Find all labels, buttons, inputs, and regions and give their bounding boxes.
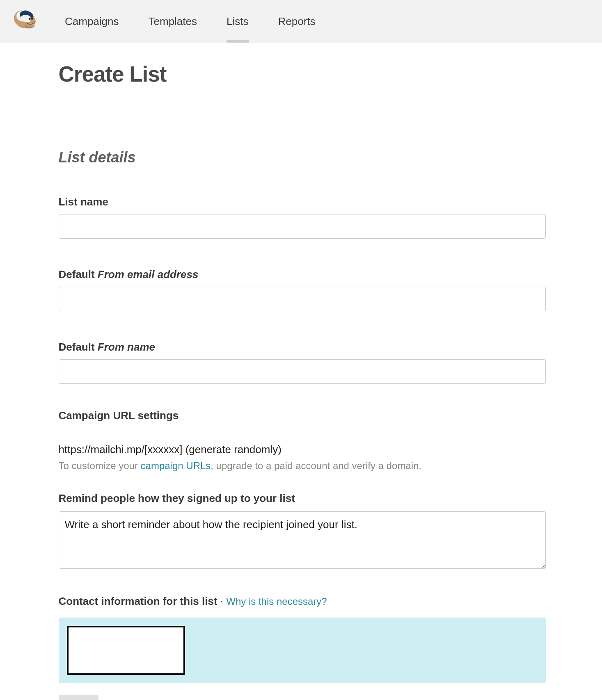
- nav-templates[interactable]: Templates: [134, 0, 212, 43]
- campaign-url-hint: To customize your campaign URLs, upgrade…: [59, 460, 546, 472]
- label-campaign-url: Campaign URL settings: [59, 409, 546, 422]
- label-from-name-ital: From name: [98, 341, 155, 353]
- freddie-icon: [12, 9, 38, 34]
- topbar: Campaigns Templates Lists Reports: [0, 0, 602, 43]
- section-title: List details: [59, 149, 546, 166]
- nav-lists[interactable]: Lists: [212, 0, 263, 43]
- input-from-name[interactable]: [59, 359, 546, 384]
- label-from-email: Default From email address: [59, 268, 546, 281]
- contact-panel: [59, 618, 546, 683]
- label-from-name-prefix: Default: [59, 341, 98, 353]
- label-list-name: List name: [59, 196, 546, 208]
- label-contact-text: Contact information for this list: [59, 595, 217, 607]
- svg-point-0: [29, 18, 30, 20]
- field-list-name: List name: [59, 196, 546, 239]
- nav-campaigns[interactable]: Campaigns: [50, 0, 134, 43]
- why-necessary-link[interactable]: Why is this necessary?: [226, 596, 327, 607]
- input-from-email[interactable]: [59, 287, 546, 311]
- svg-point-1: [31, 17, 33, 20]
- address-box: [67, 626, 185, 675]
- textarea-reminder[interactable]: [59, 511, 546, 569]
- hint-post: , upgrade to a paid account and verify a…: [211, 460, 421, 471]
- field-from-email: Default From email address: [59, 268, 546, 311]
- main-nav: Campaigns Templates Lists Reports: [50, 0, 330, 43]
- campaign-urls-link[interactable]: campaign URLs: [141, 460, 211, 471]
- label-contact: Contact information for this list · Why …: [59, 595, 546, 608]
- campaign-url-value: https://mailchi.mp/[xxxxxx] (generate ra…: [59, 443, 546, 456]
- label-remind: Remind people how they signed up to your…: [59, 492, 546, 505]
- logo[interactable]: [0, 9, 50, 34]
- hint-pre: To customize your: [59, 460, 141, 471]
- label-contact-dot: ·: [217, 595, 227, 607]
- label-from-email-ital: From email address: [98, 268, 199, 280]
- input-list-name[interactable]: [59, 214, 546, 239]
- page-title: Create List: [59, 62, 546, 87]
- nav-reports[interactable]: Reports: [263, 0, 330, 43]
- field-from-name: Default From name: [59, 341, 546, 384]
- label-from-name: Default From name: [59, 341, 546, 353]
- main-content: Create List List details List name Defau…: [57, 62, 546, 700]
- edit-button[interactable]: Edit: [59, 695, 98, 700]
- label-from-email-prefix: Default: [59, 268, 98, 280]
